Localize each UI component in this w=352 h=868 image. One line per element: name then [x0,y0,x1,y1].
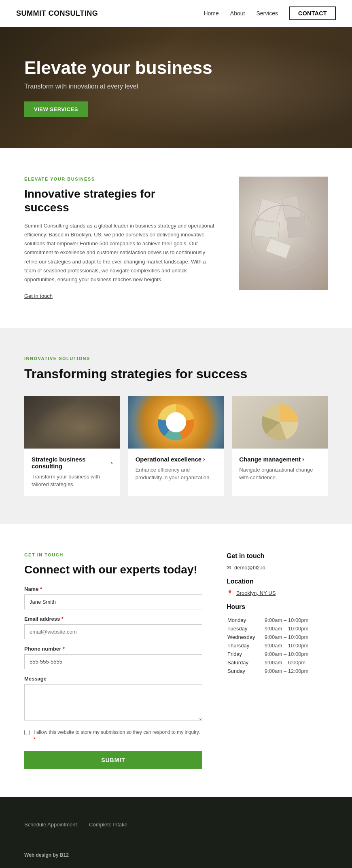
name-label: Name * [24,586,202,592]
hours-row: Saturday9:00am – 6:00pm [227,659,327,666]
footer-link[interactable]: Complete Intake [89,822,127,828]
about-get-in-touch-link[interactable]: Get in touch [24,293,53,299]
hero-title: Elevate your business [24,58,328,78]
consent-required: * [34,737,36,742]
nav-services[interactable]: Services [256,10,278,17]
service-card-2[interactable]: Operational excellence › Enhance efficie… [128,396,224,496]
arrow-icon-3: › [302,456,304,462]
hours-time: 9:00am – 10:00pm [265,616,327,624]
service-card-desc-3: Navigate organizational change with conf… [239,466,320,482]
footer-brand: B12 [60,852,69,858]
site-logo: SUMMIT CONSULTING [16,9,98,18]
consent-checkbox[interactable] [24,730,30,735]
hours-day: Monday [227,616,264,624]
contact-info-title: Get in touch [227,552,328,560]
email-label: Email address * [24,616,202,622]
services-section: INNOVATIVE SOLUTIONS Transforming strate… [0,328,352,524]
location-row: 📍 Brooklyn, NY US [227,590,328,596]
consent-row: I allow this website to store my submiss… [24,729,202,743]
services-tag: INNOVATIVE SOLUTIONS [24,356,328,361]
hours-time: 9:00am – 10:00pm [265,633,327,641]
contact-form-area: GET IN TOUCH Connect with our experts to… [24,552,202,769]
message-group: Message [24,676,202,722]
service-card-3[interactable]: Change management › Navigate organizatio… [232,396,328,496]
service-card-title-3: Change management › [239,456,320,463]
message-label: Message [24,676,202,682]
pie-chart [262,404,298,440]
service-card-title-1: Strategic business consulting › [32,456,113,470]
hours-day: Thursday [227,642,264,649]
location-link[interactable]: Brooklyn, NY US [236,590,276,596]
site-footer: Schedule AppointmentComplete Intake Web … [0,797,352,868]
hours-section: Hours Monday9:00am – 10:00pmTuesday9:00a… [227,603,328,676]
email-required: * [61,616,64,622]
hours-day: Friday [227,650,264,658]
location-icon: 📍 [227,590,233,596]
about-heading: Innovative strategies for success [24,187,214,214]
main-nav: Home About Services CONTACT [204,6,336,20]
hours-row: Friday9:00am – 10:00pm [227,650,327,658]
nav-home[interactable]: Home [204,10,218,17]
service-card-image-2 [128,396,224,449]
shape-group [247,193,320,274]
hours-row: Tuesday9:00am – 10:00pm [227,625,327,632]
email-row: ✉ demo@bl2.io [227,565,328,571]
hours-day: Wednesday [227,633,264,641]
hours-day: Saturday [227,659,264,666]
nav-contact-button[interactable]: CONTACT [289,6,336,20]
phone-group: Phone number * [24,646,202,669]
hours-row: Thursday9:00am – 10:00pm [227,642,327,649]
arrow-icon-1: › [111,459,113,466]
hours-time: 9:00am – 10:00pm [265,625,327,632]
email-link[interactable]: demo@bl2.io [234,565,265,571]
service-card-1[interactable]: Strategic business consulting › Transfor… [24,396,120,496]
email-input[interactable] [24,624,202,639]
service-card-image-1 [24,396,120,449]
phone-required: * [63,646,65,652]
nav-about[interactable]: About [230,10,245,17]
location-section: Location 📍 Brooklyn, NY US [227,578,328,596]
hours-time: 9:00am – 6:00pm [265,659,327,666]
contact-tag: GET IN TOUCH [24,552,202,557]
service-card-body-2: Operational excellence › Enhance efficie… [128,449,224,489]
contact-heading: Connect with our experts today! [24,563,202,577]
phone-input[interactable] [24,654,202,669]
footer-links: Schedule AppointmentComplete Intake [24,822,328,828]
hours-day: Sunday [227,667,264,675]
service-card-title-2: Operational excellence › [136,456,217,463]
name-input[interactable] [24,594,202,609]
hours-time: 9:00am – 10:00pm [265,642,327,649]
hours-day: Tuesday [227,625,264,632]
name-required: * [40,586,42,592]
email-group: Email address * [24,616,202,639]
footer-link[interactable]: Schedule Appointment [24,822,77,828]
service-card-desc-1: Transform your business with tailored st… [32,473,113,489]
footer-credit: Web design by B12 [24,852,328,858]
hours-time: 9:00am – 12:00pm [265,667,327,675]
message-textarea[interactable] [24,684,202,721]
shape-circle [251,205,316,270]
donut-chart [158,404,194,440]
about-image [239,177,328,290]
phone-label: Phone number * [24,646,202,652]
hero-cta-button[interactable]: VIEW SERVICES [24,101,88,117]
services-heading: Transforming strategies for success [24,367,328,381]
contact-section: GET IN TOUCH Connect with our experts to… [0,524,352,798]
services-cards-container: Strategic business consulting › Transfor… [24,396,328,496]
services-header: INNOVATIVE SOLUTIONS Transforming strate… [24,356,328,381]
submit-button[interactable]: SUBMIT [24,751,202,769]
service-card-body-1: Strategic business consulting › Transfor… [24,449,120,496]
hours-row: Wednesday9:00am – 10:00pm [227,633,327,641]
hero-subtitle: Transform with innovation at every level [24,83,328,90]
service-card-desc-2: Enhance efficiency and productivity in y… [136,466,217,482]
hours-row: Monday9:00am – 10:00pm [227,616,327,624]
about-text-area: ELEVATE YOUR BUSINESS Innovative strateg… [24,177,214,299]
hero-section: Elevate your business Transform with inn… [0,27,352,148]
hours-title: Hours [227,603,328,611]
site-header: SUMMIT CONSULTING Home About Services CO… [0,0,352,27]
email-icon: ✉ [227,565,231,571]
about-section: ELEVATE YOUR BUSINESS Innovative strateg… [0,148,352,328]
arrow-icon-2: › [203,456,205,462]
donut-center [166,412,186,432]
consent-text: I allow this website to store my submiss… [34,729,202,743]
